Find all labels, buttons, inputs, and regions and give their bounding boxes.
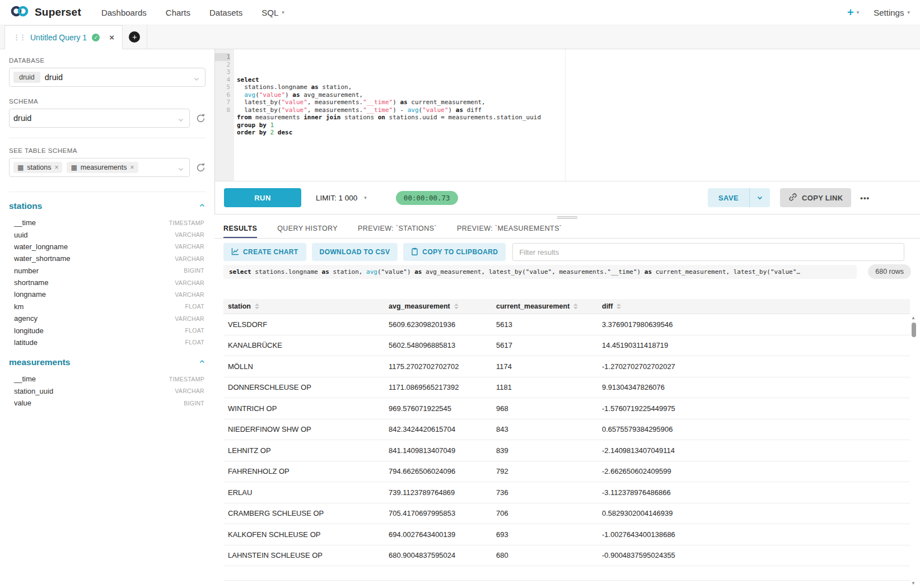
schema-column-row: station_uuidVARCHAR (9, 385, 206, 397)
table-cell: KANALBRÜCKE (223, 341, 384, 349)
table-cell: 5617 (492, 341, 597, 349)
sort-icon[interactable] (573, 304, 578, 309)
download-to-csv-button[interactable]: DOWNLOAD TO CSV (312, 243, 398, 261)
table-cell: -1.0027643400138686 (597, 530, 910, 539)
scroll-down-icon[interactable]: ▼ (911, 581, 916, 586)
code-line: latest_by("value", measurements."__time"… (237, 99, 920, 106)
close-tab-icon[interactable]: × (109, 32, 114, 42)
table-cell: 794.6626506024096 (384, 467, 492, 475)
database-select[interactable]: druid druid (9, 68, 206, 87)
editor-code[interactable]: select stations.longname as station, avg… (234, 49, 920, 181)
create-chart-button[interactable]: CREATE CHART (223, 243, 306, 261)
refresh-tables-icon[interactable] (196, 163, 206, 172)
line-number: 4 (215, 76, 230, 84)
query-success-icon: ✓ (92, 34, 100, 41)
column-type: VARCHAR (175, 315, 204, 322)
code-line: stations.longname as station, (237, 83, 920, 91)
results-tab-preview-stations-[interactable]: PREVIEW: `STATIONS` (358, 220, 437, 238)
table-row: VELSDORF5609.62309820193656133.376901798… (223, 314, 910, 335)
clipboard-icon (411, 248, 418, 257)
drag-handle-icon[interactable]: ⋮⋮ (13, 33, 25, 41)
save-button[interactable]: SAVE (708, 188, 750, 207)
table-cell: 680.9004837595024 (384, 551, 492, 559)
chevron-down-icon (178, 165, 184, 175)
column-type: VARCHAR (175, 291, 204, 298)
table-section-title: stations (9, 201, 42, 211)
limit-dropdown[interactable]: LIMIT: 1 000 ▾ (316, 194, 367, 202)
nav-sql-menu[interactable]: SQL ▾ (261, 8, 284, 17)
table-cell: -2.662650602409599 (597, 467, 910, 475)
table-row: NIEDERFINOW SHW OP842.34244206157048430.… (223, 419, 910, 441)
chevron-up-icon (199, 201, 206, 211)
column-header-station[interactable]: station (223, 302, 384, 310)
sort-icon[interactable] (454, 304, 459, 309)
table-chip-label: measurements (81, 164, 127, 171)
results-tab-results[interactable]: RESULTS (223, 220, 257, 238)
sort-icon[interactable] (617, 304, 621, 309)
run-button[interactable]: RUN (224, 188, 301, 207)
remove-chip-icon[interactable]: × (54, 164, 58, 171)
column-type: VARCHAR (175, 231, 204, 238)
schema-column-row: kmFLOAT (9, 301, 206, 312)
column-type: BIGINT (184, 267, 204, 274)
table-cell: 5602.548096885813 (384, 341, 492, 349)
code-line: avg("value") as avg_measurement, (237, 91, 920, 99)
top-navbar: Superset Dashboards Charts Datasets SQL … (0, 0, 920, 25)
nav-datasets[interactable]: Datasets (209, 8, 242, 17)
nav-charts[interactable]: Charts (166, 8, 190, 17)
table-row: KALKOFEN SCHLEUSE OP694.0027643400139693… (223, 524, 910, 545)
results-tab-preview-measurements-[interactable]: PREVIEW: `MEASUREMENTS` (457, 220, 562, 238)
table-schema-select[interactable]: ▦stations×▦measurements× (9, 158, 190, 177)
column-type: TIMESTAMP (169, 376, 204, 382)
main-split: DATABASE druid druid SCHEMA druid (0, 49, 920, 588)
settings-menu[interactable]: Settings ▾ (874, 8, 910, 17)
save-split-button: SAVE (708, 188, 770, 207)
sort-icon[interactable] (255, 304, 259, 309)
column-header-current_measurement[interactable]: current_measurement (492, 302, 597, 310)
save-dropdown-button[interactable] (750, 188, 770, 207)
table-chip-measurements[interactable]: ▦measurements× (67, 162, 138, 173)
sql-editor[interactable]: 12345678 select stations.longname as sta… (215, 49, 920, 181)
sql-lab-right-pane: 12345678 select stations.longname as sta… (214, 49, 920, 588)
column-name: uuid (14, 231, 28, 239)
new-tab-button[interactable]: + (129, 31, 140, 43)
brand-name: Superset (35, 6, 81, 18)
schema-column-row: __timeTIMESTAMP (9, 373, 206, 385)
column-name: longitude (14, 326, 44, 335)
more-actions-button[interactable]: ••• (860, 194, 870, 202)
refresh-schema-icon[interactable] (196, 114, 206, 123)
tab-untitled-query-1[interactable]: ⋮⋮ Untitled Query 1 ✓ × (4, 25, 123, 49)
table-section-header-measurements[interactable]: measurements (9, 357, 206, 367)
schema-select[interactable]: druid (9, 109, 190, 128)
superset-brand[interactable]: Superset (10, 4, 81, 20)
button-label: DOWNLOAD TO CSV (320, 248, 390, 256)
copy-to-clipboard-button[interactable]: COPY TO CLIPBOARD (403, 243, 506, 261)
splitter-handle-icon[interactable] (557, 216, 577, 219)
query-tabbar: ⋮⋮ Untitled Query 1 ✓ × + (0, 25, 920, 49)
table-cell: LAHNSTEIN SCHLEUSE OP (223, 551, 384, 559)
copy-link-button[interactable]: COPY LINK (780, 188, 851, 207)
table-row: LEHNITZ OP841.1409813407049839-2.1409813… (223, 440, 910, 461)
column-header-diff[interactable]: diff (597, 302, 910, 310)
chevron-down-icon: ▾ (857, 10, 860, 15)
results-tab-query-history[interactable]: QUERY HISTORY (277, 220, 338, 238)
results-table-header: stationavg_measurementcurrent_measuremen… (223, 299, 910, 314)
results-scrollbar[interactable]: ▲ ▼ (910, 314, 918, 587)
remove-chip-icon[interactable]: × (130, 164, 134, 171)
scroll-up-icon[interactable]: ▲ (911, 315, 916, 320)
table-row-partial (223, 566, 910, 581)
row-count-badge: 680 rows (868, 264, 911, 279)
schema-label: SCHEMA (9, 98, 206, 105)
chevron-up-icon (199, 357, 206, 367)
table-chip-stations[interactable]: ▦stations× (13, 162, 62, 173)
table-cell: DONNERSCHLEUSE OP (223, 383, 384, 391)
editor-toolbar: RUN LIMIT: 1 000 ▾ 00:00:00.73 SAVE (215, 181, 920, 214)
scrollbar-thumb[interactable] (912, 323, 916, 337)
nav-dashboards[interactable]: Dashboards (101, 8, 147, 17)
table-section-header-stations[interactable]: stations (9, 201, 206, 211)
new-item-menu[interactable]: + ▾ (847, 7, 859, 18)
column-header-avg_measurement[interactable]: avg_measurement (384, 302, 492, 310)
pane-splitter[interactable] (214, 214, 920, 220)
table-cell: 9.91304347826076 (597, 383, 910, 391)
filter-results-input[interactable] (512, 243, 904, 261)
